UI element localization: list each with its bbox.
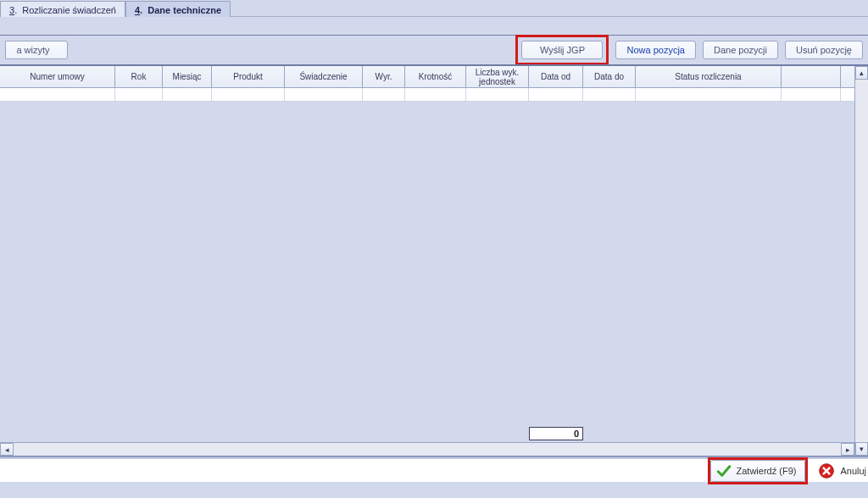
grid-header-row: Numer umowy Rok Miesiąc Produkt Świadcze… [0, 66, 854, 88]
col-data-do[interactable]: Data do [583, 66, 636, 87]
new-position-button[interactable]: Nowa pozycja [615, 41, 695, 59]
grid-footer: 0 [0, 427, 854, 442]
bottom-action-bar: Zatwierdź (F9) Anuluj [0, 458, 868, 482]
scroll-track-h[interactable] [14, 443, 841, 456]
tab-num-underline: 4 [135, 5, 140, 15]
button-label: Nowa pozycja [626, 45, 684, 55]
tab-rozliczanie-swiadczen[interactable]: 3. Rozliczanie świadczeń [0, 1, 125, 17]
tab-label: Rozliczanie świadczeń [22, 5, 116, 15]
confirm-button[interactable]: Zatwierdź (F9) [710, 460, 806, 482]
sum-box: 0 [529, 427, 583, 440]
highlight-confirm: Zatwierdź (F9) [708, 457, 809, 484]
cancel-button[interactable]: Anuluj [813, 460, 866, 482]
scroll-right-button[interactable]: ▸ [841, 443, 854, 456]
col-wyr[interactable]: Wyr. [363, 66, 405, 87]
vertical-scrollbar[interactable]: ▴ ▾ [854, 66, 868, 456]
cancel-icon [818, 462, 835, 479]
button-label: Anuluj [840, 466, 866, 476]
highlight-send-jgp: Wyślij JGP [515, 35, 609, 65]
col-swiadczenie[interactable]: Świadczenie [285, 66, 363, 87]
tab-num-underline: 3 [9, 5, 14, 15]
check-icon [716, 463, 732, 479]
grid-area: Numer umowy Rok Miesiąc Produkt Świadcze… [0, 64, 868, 456]
button-label: a wizyty [16, 45, 49, 55]
sum-value: 0 [574, 429, 579, 439]
tab-dane-techniczne[interactable]: 4. Dane techniczne [125, 1, 231, 17]
col-numer-umowy[interactable]: Numer umowy [0, 66, 115, 87]
col-blank[interactable] [782, 66, 841, 87]
tab-label: Dane techniczne [147, 5, 221, 15]
scroll-up-button[interactable]: ▴ [855, 66, 868, 80]
button-label: Zatwierdź (F9) [737, 466, 797, 476]
delete-position-button[interactable]: Usuń pozycję [785, 41, 863, 59]
scroll-track[interactable] [855, 80, 868, 442]
tabs-bar: 3. Rozliczanie świadczeń 4. Dane technic… [0, 0, 868, 17]
col-data-od[interactable]: Data od [529, 66, 583, 87]
button-label: Usuń pozycję [796, 45, 852, 55]
button-label: Wyślij JGP [540, 45, 585, 55]
wizyty-button-truncated[interactable]: a wizyty [5, 41, 68, 59]
send-jgp-button[interactable]: Wyślij JGP [521, 41, 603, 59]
button-label: Dane pozycji [714, 45, 767, 55]
col-status-rozliczenia[interactable]: Status rozliczenia [636, 66, 782, 87]
grid-empty-row[interactable] [0, 88, 854, 102]
col-liczba-wyk-jednostek[interactable]: Liczba wyk. jednostek [466, 66, 529, 87]
col-produkt[interactable]: Produkt [212, 66, 285, 87]
scroll-down-button[interactable]: ▾ [855, 442, 868, 456]
top-blank-area [0, 17, 868, 36]
col-krotnosc[interactable]: Krotność [405, 66, 466, 87]
position-data-button[interactable]: Dane pozycji [703, 41, 778, 59]
scroll-left-button[interactable]: ◂ [0, 443, 14, 456]
col-miesiac[interactable]: Miesiąc [163, 66, 212, 87]
toolbar: a wizyty Wyślij JGP Nowa pozycja Dane po… [0, 36, 868, 64]
col-rok[interactable]: Rok [115, 66, 163, 87]
horizontal-scrollbar[interactable]: ◂ ▸ [0, 442, 854, 456]
